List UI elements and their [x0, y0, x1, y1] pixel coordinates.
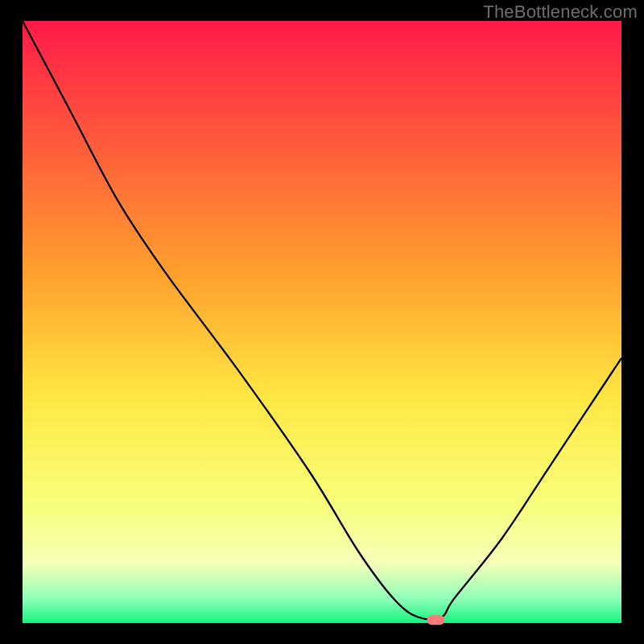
watermark-text: TheBottleneck.com — [483, 2, 638, 23]
chart-frame: TheBottleneck.com — [0, 0, 644, 644]
plot-background — [23, 21, 621, 623]
chart-svg — [0, 0, 644, 644]
optimal-marker — [427, 615, 444, 625]
